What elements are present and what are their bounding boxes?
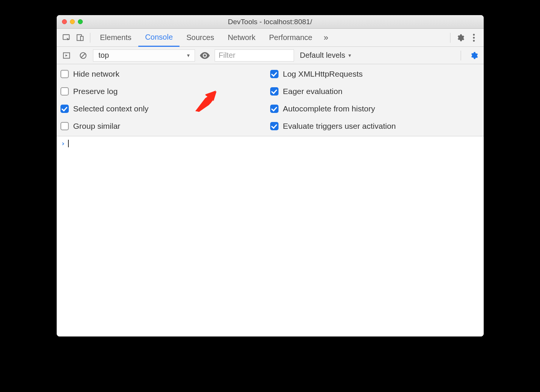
- main-tab-strip: Elements Console Sources Network Perform…: [57, 29, 484, 47]
- context-select-value: top: [99, 51, 109, 60]
- check-log-xhr[interactable]: Log XMLHttpRequests: [270, 69, 480, 79]
- titlebar: DevTools - localhost:8081/: [57, 15, 484, 29]
- check-group-similar[interactable]: Group similar: [60, 122, 270, 131]
- device-toolbar-icon[interactable]: [73, 31, 87, 45]
- divider: [90, 33, 90, 43]
- check-label: Preserve log: [73, 87, 118, 96]
- check-label: Eager evaluation: [283, 87, 343, 96]
- tab-sources[interactable]: Sources: [179, 29, 221, 47]
- devtools-window: DevTools - localhost:8081/ Elements Cons…: [57, 15, 484, 336]
- settings-gear-icon[interactable]: [453, 31, 467, 45]
- checkbox-icon: [60, 87, 69, 96]
- check-label: Hide network: [73, 69, 120, 79]
- tab-network[interactable]: Network: [221, 29, 262, 47]
- check-label: Group similar: [73, 122, 121, 131]
- console-settings-panel: Hide network Log XMLHttpRequests Preserv…: [57, 64, 484, 136]
- checkbox-icon: [60, 70, 69, 78]
- more-tabs-icon[interactable]: »: [319, 31, 333, 45]
- log-levels-label: Default levels: [300, 51, 345, 60]
- checkbox-checked-icon: [270, 122, 279, 130]
- check-label: Evaluate triggers user activation: [283, 122, 396, 131]
- svg-rect-2: [80, 36, 83, 40]
- svg-point-4: [473, 37, 475, 39]
- svg-point-5: [473, 40, 475, 42]
- inspect-element-icon[interactable]: [60, 31, 73, 45]
- tab-performance[interactable]: Performance: [262, 29, 319, 47]
- svg-point-9: [204, 54, 206, 57]
- chevron-down-icon: ▼: [348, 53, 352, 58]
- check-preserve-log[interactable]: Preserve log: [60, 87, 270, 96]
- console-toolbar: top ▼ Default levels ▼: [57, 47, 484, 64]
- checkbox-icon: [60, 122, 69, 130]
- console-output[interactable]: ›: [57, 136, 484, 336]
- prompt-chevron-icon: ›: [61, 139, 65, 147]
- kebab-menu-icon[interactable]: [467, 31, 481, 45]
- check-hide-network[interactable]: Hide network: [60, 69, 270, 79]
- checkbox-checked-icon: [270, 70, 279, 78]
- svg-point-3: [473, 34, 475, 35]
- log-levels-select[interactable]: Default levels ▼: [297, 51, 355, 60]
- chevron-down-icon: ▼: [186, 53, 191, 58]
- toggle-console-sidebar-icon[interactable]: [60, 49, 73, 62]
- checkbox-checked-icon: [60, 105, 69, 113]
- live-expression-icon[interactable]: [198, 49, 212, 62]
- filter-input[interactable]: [215, 49, 294, 62]
- check-label: Log XMLHttpRequests: [283, 69, 363, 79]
- tab-console[interactable]: Console: [138, 29, 179, 47]
- window-title: DevTools - localhost:8081/: [57, 18, 484, 26]
- tab-elements[interactable]: Elements: [93, 29, 138, 47]
- check-label: Autocomplete from history: [283, 104, 375, 113]
- checkbox-checked-icon: [270, 87, 279, 96]
- check-evaluate-user-activation[interactable]: Evaluate triggers user activation: [270, 122, 480, 131]
- divider: [461, 51, 461, 60]
- check-autocomplete-history[interactable]: Autocomplete from history: [270, 104, 480, 113]
- console-settings-gear-icon[interactable]: [467, 49, 481, 62]
- check-eager-evaluation[interactable]: Eager evaluation: [270, 87, 480, 96]
- checkbox-checked-icon: [270, 105, 279, 113]
- check-selected-context-only[interactable]: Selected context only: [60, 104, 270, 113]
- divider: [450, 33, 450, 43]
- check-label: Selected context only: [73, 104, 149, 113]
- clear-console-icon[interactable]: [76, 49, 90, 62]
- console-prompt[interactable]: ›: [61, 139, 479, 147]
- svg-line-8: [81, 53, 85, 57]
- text-cursor: [68, 140, 68, 147]
- context-select[interactable]: top ▼: [93, 49, 195, 62]
